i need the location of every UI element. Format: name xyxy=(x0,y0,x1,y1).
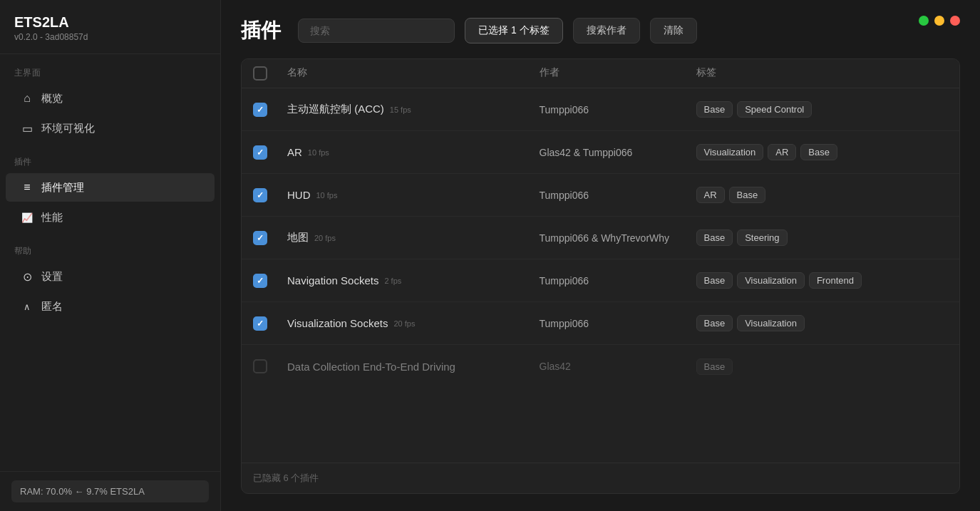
sidebar-item-plugin-mgmt-label: 插件管理 xyxy=(41,181,84,195)
sidebar: ETS2LA v0.2.0 - 3ad08857d 主界面 ⌂ 概览 ▭ 环境可… xyxy=(0,0,221,511)
tag-base[interactable]: Base xyxy=(800,144,837,160)
ram-badge: RAM: 70.0% ← 9.7% ETS2LA xyxy=(11,480,209,502)
settings-icon: ⊙ xyxy=(20,269,34,284)
row-3-author: Tumppi066 & WhyTrevorWhy xyxy=(540,224,696,252)
tag-visualization[interactable]: Visualization xyxy=(737,315,805,331)
search-input[interactable] xyxy=(298,19,455,43)
row-6-tags: Base xyxy=(696,350,949,383)
row-2-tags: AR Base xyxy=(696,178,949,212)
row-0-author: Tumppi066 xyxy=(540,96,696,124)
row-3-name-cell: 地图 20 fps xyxy=(287,222,540,253)
main-content: 插件 已选择 1 个标签 搜索作者 清除 名称 作者 标签 主动巡航控制 (AC… xyxy=(221,0,980,511)
section-label-main: 主界面 xyxy=(0,54,220,83)
sidebar-item-settings-label: 设置 xyxy=(41,270,63,284)
row-2-name: HUD xyxy=(287,189,311,201)
tag-base[interactable]: Base xyxy=(696,229,733,246)
row-0-name-cell: 主动巡航控制 (ACC) 15 fps xyxy=(287,94,540,125)
table-body: 主动巡航控制 (ACC) 15 fps Tumppi066 Base Speed… xyxy=(242,88,959,463)
row-4-name: Navigation Sockets xyxy=(287,274,378,287)
row-1-checkbox[interactable] xyxy=(253,145,267,160)
row-0-tags: Base Speed Control xyxy=(696,93,949,126)
tag-base[interactable]: Base xyxy=(696,101,733,118)
tag-visualization[interactable]: Visualization xyxy=(737,272,805,289)
home-icon: ⌂ xyxy=(20,91,34,105)
app-version: v0.2.0 - 3ad08857d xyxy=(14,32,206,42)
plugin-table: 名称 作者 标签 主动巡航控制 (ACC) 15 fps Tumppi066 B… xyxy=(241,58,960,494)
row-5-name-cell: Visualization Sockets 20 fps xyxy=(287,309,540,338)
row-6-checkbox-wrap xyxy=(253,359,287,373)
tag-ar[interactable]: AR xyxy=(696,187,725,203)
select-all-checkbox[interactable] xyxy=(253,66,267,81)
sidebar-item-overview-label: 概览 xyxy=(41,92,63,105)
tag-base[interactable]: Base xyxy=(729,187,766,203)
row-1-author: Glas42 & Tumppi066 xyxy=(540,138,696,167)
sidebar-item-anonymous[interactable]: ∧ 匿名 xyxy=(6,292,215,321)
sidebar-item-plugin-mgmt[interactable]: ≡ 插件管理 xyxy=(6,173,215,202)
row-1-fps: 10 fps xyxy=(308,148,329,157)
top-bar: 插件 已选择 1 个标签 搜索作者 清除 xyxy=(241,17,960,44)
tag-visualization[interactable]: Visualization xyxy=(696,144,764,160)
sidebar-item-anonymous-label: 匿名 xyxy=(41,300,63,314)
sidebar-header: ETS2LA v0.2.0 - 3ad08857d xyxy=(0,0,220,54)
tag-base[interactable]: Base xyxy=(696,315,733,331)
tag-base[interactable]: Base xyxy=(696,358,733,375)
row-6-name: Data Collection End-To-End Driving xyxy=(287,361,455,373)
table-header: 名称 作者 标签 xyxy=(242,59,959,88)
row-4-checkbox-wrap xyxy=(253,274,287,288)
section-label-help: 帮助 xyxy=(0,232,220,262)
row-5-name: Visualization Sockets xyxy=(287,317,388,329)
header-author: 作者 xyxy=(540,66,696,81)
row-3-fps: 20 fps xyxy=(314,234,336,242)
table-row: HUD 10 fps Tumppi066 AR Base xyxy=(242,174,959,217)
list-icon: ≡ xyxy=(20,180,34,195)
row-4-tags: Base Visualization Frontend xyxy=(696,264,949,297)
search-author-button[interactable]: 搜索作者 xyxy=(573,18,640,43)
tag-ar[interactable]: AR xyxy=(768,144,796,160)
tag-frontend[interactable]: Frontend xyxy=(809,272,862,289)
row-1-name-cell: AR 10 fps xyxy=(287,138,540,167)
row-0-fps: 15 fps xyxy=(390,105,411,114)
row-5-checkbox-wrap xyxy=(253,316,287,331)
row-4-checkbox[interactable] xyxy=(253,274,267,288)
sidebar-item-env-vis[interactable]: ▭ 环境可视化 xyxy=(6,114,215,143)
clear-button[interactable]: 清除 xyxy=(650,18,697,43)
row-5-fps: 20 fps xyxy=(393,319,415,328)
row-2-checkbox[interactable] xyxy=(253,188,267,202)
chart-icon: 📈 xyxy=(20,210,34,224)
section-label-plugin: 插件 xyxy=(0,143,220,172)
sidebar-item-performance-label: 性能 xyxy=(41,211,63,224)
row-5-tags: Base Visualization xyxy=(696,306,949,340)
row-5-checkbox[interactable] xyxy=(253,316,267,331)
chevron-up-icon: ∧ xyxy=(20,299,34,314)
table-row: Data Collection End-To-End Driving Glas4… xyxy=(242,345,959,388)
row-4-name-cell: Navigation Sockets 2 fps xyxy=(287,266,540,295)
sidebar-item-performance[interactable]: 📈 性能 xyxy=(6,203,215,232)
header-name: 名称 xyxy=(287,66,540,81)
table-row: 主动巡航控制 (ACC) 15 fps Tumppi066 Base Speed… xyxy=(242,88,959,131)
tag-steering[interactable]: Steering xyxy=(737,229,787,246)
row-6-checkbox[interactable] xyxy=(253,359,267,373)
tag-speed-control[interactable]: Speed Control xyxy=(737,101,812,118)
header-checkbox-col xyxy=(253,66,287,81)
row-4-fps: 2 fps xyxy=(384,277,401,285)
row-0-name: 主动巡航控制 (ACC) xyxy=(287,103,384,116)
sidebar-item-overview[interactable]: ⌂ 概览 xyxy=(6,84,215,113)
row-1-tags: Visualization AR Base xyxy=(696,135,949,169)
row-2-fps: 10 fps xyxy=(316,191,338,200)
tag-filter-button[interactable]: 已选择 1 个标签 xyxy=(465,18,563,43)
table-row: AR 10 fps Glas42 & Tumppi066 Visualizati… xyxy=(242,131,959,174)
table-footer: 已隐藏 6 个插件 xyxy=(242,463,959,493)
table-row: Visualization Sockets 20 fps Tumppi066 B… xyxy=(242,302,959,345)
row-2-name-cell: HUD 10 fps xyxy=(287,180,540,210)
sidebar-item-settings[interactable]: ⊙ 设置 xyxy=(6,262,215,291)
row-5-author: Tumppi066 xyxy=(540,309,696,338)
row-0-checkbox[interactable] xyxy=(253,103,267,117)
row-3-tags: Base Steering xyxy=(696,221,949,254)
row-3-name: 地图 xyxy=(287,231,309,244)
monitor-icon: ▭ xyxy=(20,121,34,135)
sidebar-item-env-vis-label: 环境可视化 xyxy=(41,122,95,135)
row-2-checkbox-wrap xyxy=(253,188,287,202)
tag-base[interactable]: Base xyxy=(696,272,733,289)
row-3-checkbox[interactable] xyxy=(253,231,267,245)
row-6-name-cell: Data Collection End-To-End Driving xyxy=(287,352,540,381)
